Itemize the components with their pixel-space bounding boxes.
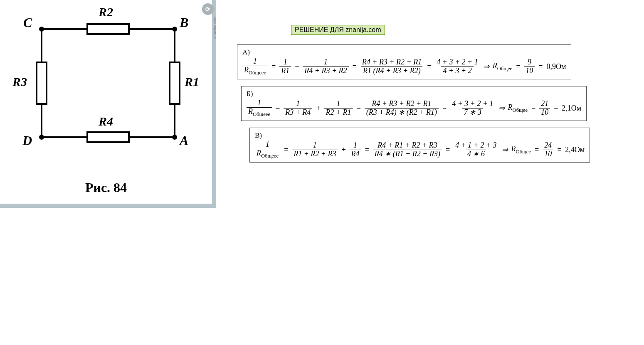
numbot-B: 7 ∗ 3	[462, 108, 483, 117]
lhs-sub-A: Общеее	[249, 69, 266, 75]
node-label-D: D	[22, 133, 32, 148]
case-letter-C: В)	[255, 131, 585, 140]
t1-den-C: R1 + R2 + R3	[292, 150, 338, 158]
t1-num-B: 1	[294, 100, 301, 108]
resistor-label-R3: R3	[12, 75, 27, 89]
equation-card-B: Б) 1 RОбщеее = 1R3 + R4 + 1R2 + R1 = R4 …	[241, 81, 587, 121]
t1-den-B: R3 + R4	[284, 108, 312, 117]
t2-num-C: 1	[352, 141, 359, 150]
lhs-num-A: 1	[252, 57, 259, 66]
sym-den-B: (R3 + R4) ∗ (R2 + R1)	[365, 108, 439, 117]
t2-num-A: 1	[322, 58, 329, 67]
circuit-svg	[25, 21, 191, 150]
circuit-diagram: C B D A R2 R1 R3 R4	[25, 21, 191, 145]
sym-num-B: R4 + R3 + R2 + R1	[370, 100, 433, 108]
t1-num-A: 1	[282, 58, 289, 67]
answer-C: 2,4Ом	[565, 145, 585, 154]
answer-A: 0,9Ом	[546, 62, 566, 71]
lhs-den-A: R	[244, 66, 249, 74]
numtop-C: 4 + 1 + 2 + 3	[454, 141, 498, 150]
fractop-C: 24	[543, 141, 553, 150]
node-label-A: A	[180, 133, 188, 148]
fracbot-C: 10	[543, 150, 553, 158]
t1-num-C: 1	[311, 141, 318, 150]
watermark-icon: ⟳	[202, 3, 214, 15]
svg-rect-11	[87, 132, 129, 142]
sym-den-A: R1 (R4 + R3 + R2)	[361, 67, 422, 75]
resistor-label-R2: R2	[99, 5, 113, 19]
reslabel-C: R	[511, 145, 516, 153]
numtop-A: 4 + 3 + 2 + 1	[435, 58, 479, 67]
node-label-B: B	[180, 15, 188, 30]
lhs-sub-B: Общеее	[253, 111, 270, 117]
ressub-A: Общее	[497, 65, 512, 71]
reslabel-A: R	[493, 62, 497, 70]
svg-rect-8	[170, 62, 180, 104]
sym-den-C: R4 ∗ (R1 + R2 + R3)	[373, 150, 442, 158]
equation-card-C: В) 1 RОбщеее = 1R1 + R2 + R3 + 1R4 = R4 …	[249, 123, 590, 163]
lhs-num-B: 1	[256, 99, 263, 107]
ressub-B: Общее	[513, 107, 528, 113]
lhs-sub-C: Общеее	[261, 153, 279, 158]
t2-den-C: R4	[350, 150, 361, 158]
node-label-C: C	[23, 15, 32, 30]
answer-B: 2,1Ом	[562, 104, 581, 113]
case-letter-B: Б)	[247, 90, 581, 98]
t2-num-B: 1	[335, 100, 342, 108]
resistor-label-R1: R1	[185, 75, 199, 89]
fractop-B: 21	[539, 100, 550, 108]
t1-den-A: R1	[279, 67, 291, 75]
figure-caption: Рис. 84	[0, 180, 212, 195]
svg-rect-14	[37, 62, 47, 104]
sym-num-C: R4 + R1 + R2 + R3	[376, 141, 439, 150]
svg-rect-5	[87, 24, 129, 34]
equation-card-A: А) 1 RОбщеее = 1R1 + 1R4 + R3 + R2 = R4 …	[237, 39, 571, 79]
lhs-den-B: R	[248, 107, 253, 116]
fracbot-B: 10	[539, 108, 550, 117]
sym-num-A: R4 + R3 + R2 + R1	[360, 58, 423, 67]
ressub-C: Общее	[516, 148, 531, 154]
solution-site-label: РЕШЕНИЕ ДЛЯ znanija.com	[291, 25, 385, 35]
lhs-num-C: 1	[264, 140, 271, 149]
resistor-label-R4: R4	[99, 114, 113, 128]
t2-den-A: R4 + R3 + R2	[303, 67, 348, 75]
fractop-A: 9	[526, 58, 533, 67]
numbot-C: 4 ∗ 6	[466, 150, 486, 158]
reslabel-B: R	[508, 103, 513, 111]
lhs-den-C: R	[257, 149, 261, 157]
watermark-text: ©5terka.com	[213, 17, 217, 39]
figure-panel: ⟳ ©5terka.com C B D	[0, 0, 216, 208]
numtop-B: 4 + 3 + 2 + 1	[450, 100, 495, 108]
fracbot-A: 10	[524, 67, 535, 75]
t2-den-B: R2 + R1	[324, 108, 353, 117]
numbot-A: 4 + 3 + 2	[441, 67, 473, 75]
case-letter-A: А)	[242, 48, 566, 57]
